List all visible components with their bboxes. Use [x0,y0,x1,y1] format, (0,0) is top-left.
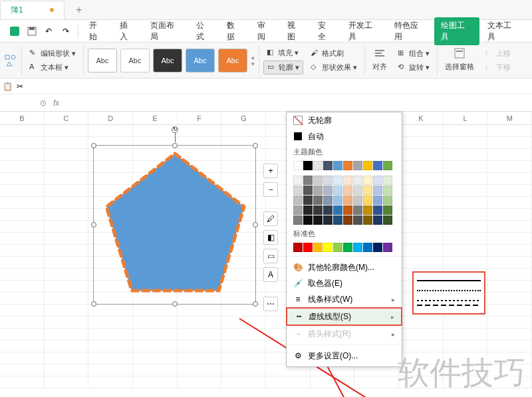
cell[interactable] [0,340,45,352]
color-swatch[interactable] [383,205,392,215]
color-swatch[interactable] [313,215,323,225]
cell[interactable] [487,281,532,292]
cell[interactable] [221,305,266,316]
color-swatch[interactable] [343,186,352,195]
cell[interactable] [0,352,45,364]
outline-none[interactable]: 无轮廓 [287,112,402,128]
cell[interactable] [444,317,488,328]
line-style[interactable]: ≡线条样式(W)▸ [287,291,402,307]
cell[interactable] [45,340,89,352]
column-header[interactable]: B [0,112,45,125]
color-swatch[interactable] [343,176,352,185]
color-swatch[interactable] [323,196,332,205]
cell[interactable] [487,269,532,280]
color-swatch[interactable] [363,215,372,225]
color-swatch[interactable] [373,196,382,205]
column-header[interactable]: K [399,112,444,125]
format-painter-button[interactable]: 🖌格式刷 [307,47,360,60]
cell[interactable] [88,340,133,352]
color-swatch[interactable] [313,205,323,215]
cell[interactable] [178,364,222,376]
cell[interactable] [178,352,222,364]
floating-brush-button[interactable]: 🖊 [263,211,278,226]
dash-long[interactable] [417,305,481,306]
resize-handle[interactable] [253,222,258,227]
cell[interactable] [399,197,444,208]
cell[interactable] [221,364,266,376]
cell[interactable] [133,125,178,136]
cell[interactable] [133,329,178,340]
cell[interactable] [0,364,45,376]
fx-label[interactable]: fx [53,98,59,108]
cell[interactable] [221,125,266,136]
color-swatch[interactable] [303,243,313,252]
cell[interactable] [221,352,266,364]
selected-shape-pentagon[interactable] [93,145,256,305]
cell[interactable] [45,137,89,148]
cell[interactable] [133,305,178,316]
color-swatch[interactable] [293,243,303,252]
resize-handle[interactable] [91,143,96,148]
color-swatch[interactable] [363,196,372,205]
cell[interactable] [88,364,133,376]
cell[interactable] [487,245,532,256]
color-swatch[interactable] [343,196,352,205]
cell[interactable] [487,329,532,340]
cell[interactable] [0,149,45,160]
cell[interactable] [0,125,45,136]
cell[interactable] [0,221,45,232]
cell[interactable] [444,161,488,172]
cell[interactable] [487,352,532,364]
outline-auto[interactable]: 自动 [287,128,402,144]
style-preset-4[interactable]: Abc [186,49,215,72]
color-swatch[interactable] [343,215,352,225]
color-swatch[interactable] [293,186,303,195]
cut-icon[interactable]: ✂ [17,82,23,91]
cell[interactable] [221,376,266,388]
color-swatch[interactable] [333,205,342,215]
menu-data[interactable]: 数据 [220,17,249,45]
cell[interactable] [88,125,133,136]
cell[interactable] [0,257,45,268]
cell[interactable] [178,329,222,340]
text-box-button[interactable]: A文本框 ▾ [26,61,79,74]
cell[interactable] [444,257,488,268]
color-swatch[interactable] [313,161,323,170]
cell[interactable] [399,329,444,340]
cell[interactable] [399,376,444,388]
menu-start[interactable]: 开始 [82,17,112,45]
color-swatch[interactable] [353,205,362,215]
cell[interactable] [399,245,444,256]
color-swatch[interactable] [313,186,323,195]
floating-plus-button[interactable]: + [263,164,278,178]
cell[interactable] [0,329,45,340]
select-pane-button[interactable]: 选择窗格 [442,61,477,73]
cell[interactable] [133,317,178,328]
color-swatch[interactable] [323,243,332,252]
cell[interactable] [444,209,488,220]
cell[interactable] [45,209,89,220]
cell[interactable] [444,233,488,244]
cell[interactable] [444,340,488,352]
column-header[interactable]: D [88,112,133,125]
color-swatch[interactable] [333,161,342,170]
cell[interactable] [45,329,89,340]
cell[interactable] [444,329,488,340]
color-swatch[interactable] [333,215,342,225]
color-swatch[interactable] [353,243,362,252]
menu-special[interactable]: 特色应用 [388,17,433,45]
cell[interactable] [0,376,45,388]
color-swatch[interactable] [353,196,362,205]
cell[interactable] [0,161,45,172]
color-swatch[interactable] [303,196,313,205]
dash-solid[interactable] [417,280,481,287]
cell[interactable] [487,209,532,220]
cell[interactable] [133,340,178,352]
cell[interactable] [266,376,311,388]
color-swatch[interactable] [363,176,372,185]
eyedropper[interactable]: 💉取色器(E) [287,275,402,291]
rotate-button[interactable]: ⟲旋转 ▾ [394,61,433,74]
column-header[interactable]: L [444,112,488,125]
cell[interactable] [444,185,488,196]
paste-icon[interactable]: 📋 [3,82,13,91]
